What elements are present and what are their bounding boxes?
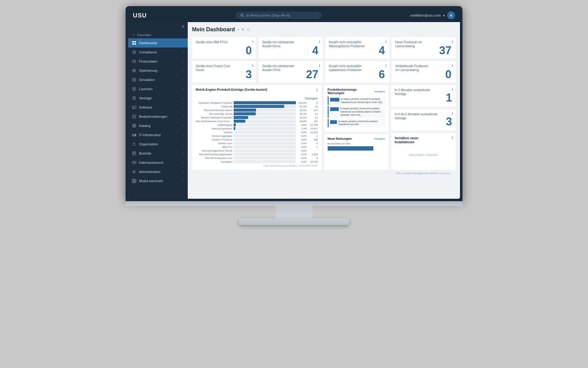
close-button[interactable]: × [182, 24, 185, 29]
sidebar-close-area: × [128, 22, 188, 31]
svg-rect-31 [133, 124, 134, 125]
bar-fill [234, 123, 236, 126]
lizenzen-icon [132, 86, 137, 91]
metric-card-r2-1: ℹ Geräte mit unbekannter Anzahl CPUs 27 [258, 61, 322, 82]
sidebar-item-lizenzen[interactable]: Lizenzen › [128, 84, 188, 94]
bar-label: Vorbedingung [196, 124, 232, 126]
sidebar-item-bedarfsmeldungen[interactable]: Bedarfsmeldungen › [128, 112, 188, 121]
bar-track [234, 127, 296, 130]
header-icons: ✎ ☆ [241, 27, 250, 32]
sidebar-item-katalog[interactable]: Katalog › [128, 121, 188, 130]
service-now-bar [328, 146, 374, 151]
svg-rect-2 [132, 41, 134, 43]
bar-count: 10.738 [308, 160, 318, 163]
bar-label: Microsoft Desktop Applications [196, 153, 232, 156]
sidebar-item-finanzdaten[interactable]: Finanzdaten › [128, 57, 188, 66]
favorite-icon[interactable]: ☆ [247, 27, 250, 32]
chart-title: Metrik-Engine-Protokoll-Einträge (Geräte… [196, 88, 267, 91]
right-panel: ℹ In 3 Monaten auslaufende Verträge 1 ℹ … [391, 85, 456, 170]
bar-row: Microsoft Application Server0,0% [196, 149, 318, 152]
bar-count: 6 [308, 142, 318, 145]
bar-pct: 0,0% [297, 142, 307, 145]
sidebar-item-modul-wechseln[interactable]: Modul wechseln › [128, 176, 188, 186]
sidebar-label-berichte: Berichte [139, 151, 181, 155]
sidebar-item-administration[interactable]: Administration › [128, 167, 188, 176]
bar-pct: 0,0% [297, 160, 307, 163]
metric-card-0: ℹ Geräte ohne IBM PVUs 0 [192, 37, 256, 59]
sidebar-item-favorites[interactable]: ☆ Favoriten [128, 31, 188, 38]
nav-arrow-administration: › [183, 170, 184, 173]
contract-3months-value: 1 [446, 91, 452, 104]
user-dropdown-arrow[interactable]: ▾ [443, 14, 445, 17]
bar-count: 10.617 [308, 127, 318, 130]
service-now-label: ServiceNow (10.450) [328, 142, 385, 145]
bar-track [234, 156, 296, 159]
title-separator: · [237, 26, 239, 33]
sidebar-label-modul-wechseln: Modul wechseln [139, 179, 181, 183]
svg-rect-48 [134, 179, 136, 181]
sidebar-label-software: Software [139, 105, 181, 109]
bar-count: 10.738 [308, 124, 318, 126]
search-bar[interactable]: Im Menü suchen (Strg+Alt+S) [236, 12, 322, 19]
metric-card-2: ℹ Anzahl nicht verknüpfter Wartungslizen… [325, 37, 389, 59]
bar-track [234, 109, 296, 112]
bar-pct: 100,0% [297, 102, 307, 104]
svg-rect-32 [134, 124, 136, 125]
metric-value-0: 0 [246, 45, 252, 56]
sidebar-item-compliance[interactable]: Compliance › [128, 48, 188, 57]
new-installations-info: ℹ [452, 136, 453, 140]
metric-card-r2-2: ℹ Anzahl nicht verknüpfter Updatelizenz-… [325, 61, 389, 82]
sidebar-label-bedarfsmeldungen: Bedarfsmeldungen [139, 115, 181, 118]
contract-3months-label: In 3 Monaten auslaufende Verträge [395, 88, 438, 96]
edit-icon[interactable]: ✎ [241, 27, 245, 32]
lower-section: Metrik-Engine-Protokoll-Einträge (Geräte… [192, 85, 456, 170]
sidebar-item-vertrage[interactable]: Verträge › [128, 94, 188, 103]
bar-label: Topologien [196, 160, 232, 163]
nav-arrow-modul-wechseln: › [183, 179, 184, 182]
sidebar-item-optimierung[interactable]: Optimierung › [128, 66, 188, 75]
svg-point-6 [133, 51, 136, 54]
bar-count: 8 [308, 157, 318, 159]
new-usage-card: Neue Nutzungen Häufigkeit ServiceNow (10… [324, 134, 389, 171]
warning-item-0: no import_product_id found for product "… [328, 97, 385, 105]
bar-fill [234, 120, 245, 123]
bar-track [234, 145, 296, 148]
bar-count: 144 [308, 120, 318, 123]
bar-track [234, 116, 296, 119]
katalog-icon [132, 123, 137, 128]
metric-value-3: 37 [439, 45, 451, 56]
bar-fill [234, 105, 284, 108]
bar-pct: 0,0% [297, 138, 307, 141]
user-avatar[interactable]: e [447, 11, 455, 19]
bar-pct: 0,0% [297, 131, 307, 134]
sidebar-item-it-infrastruktur[interactable]: IT-Infrastruktur › [128, 130, 188, 140]
bar-label: Symantec Hardware Properties [196, 102, 232, 104]
warning-item-1: no import_product_id found for product "… [328, 106, 385, 118]
berichte-icon [132, 151, 137, 156]
search-placeholder: Im Menü suchen (Strg+Alt+S) [246, 13, 290, 17]
metric-info-0: ℹ [252, 40, 254, 44]
new-usage-haufigkeit: Häufigkeit [374, 137, 385, 140]
sidebar-item-organisation[interactable]: Organisation › [128, 140, 188, 149]
metric-label-3: Neue Positionen im Lizenzclearing [395, 40, 432, 48]
sidebar-item-berichte[interactable]: Berichte › [128, 149, 188, 158]
metric-info-r2-0: ℹ [252, 63, 254, 68]
sidebar-item-software[interactable]: Software › [128, 103, 188, 112]
svg-line-8 [134, 52, 135, 53]
sidebar-label-it-infrastruktur: IT-Infrastruktur [139, 133, 181, 137]
simulation-icon [132, 77, 137, 82]
bar-fill [234, 109, 256, 112]
sidebar-label-organisation: Organisation [139, 142, 181, 146]
sidebar-item-simulation[interactable]: Simulation › [128, 75, 188, 84]
bar-row: Nutzung ignorieren2,4%10.617 [196, 127, 318, 130]
bar-track [234, 160, 296, 163]
bar-fill [234, 116, 248, 119]
bar-track [234, 138, 296, 141]
svg-line-26 [133, 108, 134, 108]
sidebar-item-datenaustausch[interactable]: Datenaustausch › [128, 158, 188, 167]
bar-label: Oracle DB [196, 105, 232, 108]
product-warnings-card: Produkterkennungs-Warnungen Häufigkeit n… [324, 85, 389, 132]
sidebar-item-dashboards[interactable]: Dashboards [128, 38, 188, 48]
bar-count: 16 [308, 105, 318, 108]
user-email: exhibition@usu.com [410, 13, 441, 17]
